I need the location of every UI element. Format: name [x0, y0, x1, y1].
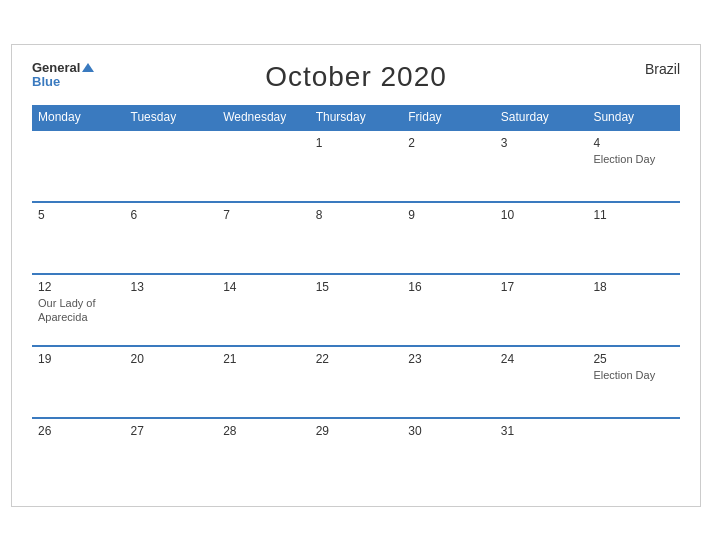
calendar-title: October 2020: [265, 61, 447, 93]
event-text: Election Day: [593, 368, 674, 382]
calendar-cell: 15: [310, 274, 403, 346]
day-number: 5: [38, 208, 119, 222]
weekday-header-tuesday: Tuesday: [125, 105, 218, 130]
country-label: Brazil: [645, 61, 680, 77]
calendar-header: General Blue October 2020 Brazil: [32, 61, 680, 93]
day-number: 26: [38, 424, 119, 438]
brand-triangle: [82, 63, 94, 72]
weekday-header-sunday: Sunday: [587, 105, 680, 130]
day-number: 16: [408, 280, 489, 294]
calendar-cell: 23: [402, 346, 495, 418]
calendar-week-row: 19202122232425Election Day: [32, 346, 680, 418]
weekday-header-row: MondayTuesdayWednesdayThursdayFridaySatu…: [32, 105, 680, 130]
day-number: 4: [593, 136, 674, 150]
day-number: 20: [131, 352, 212, 366]
calendar-cell: 18: [587, 274, 680, 346]
day-number: 19: [38, 352, 119, 366]
day-number: 17: [501, 280, 582, 294]
event-text: Election Day: [593, 152, 674, 166]
day-number: 3: [501, 136, 582, 150]
day-number: 15: [316, 280, 397, 294]
day-number: 13: [131, 280, 212, 294]
day-number: 28: [223, 424, 304, 438]
calendar-cell: 9: [402, 202, 495, 274]
day-number: 1: [316, 136, 397, 150]
weekday-header-monday: Monday: [32, 105, 125, 130]
day-number: 12: [38, 280, 119, 294]
calendar-cell: 4Election Day: [587, 130, 680, 202]
calendar-cell: 17: [495, 274, 588, 346]
calendar-cell: 21: [217, 346, 310, 418]
calendar-cell: 28: [217, 418, 310, 490]
calendar-cell: 29: [310, 418, 403, 490]
calendar-cell: 27: [125, 418, 218, 490]
day-number: 23: [408, 352, 489, 366]
event-text: Our Lady of Aparecida: [38, 296, 119, 325]
calendar-cell: 26: [32, 418, 125, 490]
calendar-cell: 13: [125, 274, 218, 346]
day-number: 9: [408, 208, 489, 222]
weekday-header-saturday: Saturday: [495, 105, 588, 130]
calendar-cell: 10: [495, 202, 588, 274]
day-number: 24: [501, 352, 582, 366]
calendar-cell: 1: [310, 130, 403, 202]
day-number: 27: [131, 424, 212, 438]
calendar-cell: 5: [32, 202, 125, 274]
calendar-wrapper: General Blue October 2020 Brazil MondayT…: [11, 44, 701, 507]
day-number: 21: [223, 352, 304, 366]
day-number: 22: [316, 352, 397, 366]
day-number: 11: [593, 208, 674, 222]
calendar-cell: 25Election Day: [587, 346, 680, 418]
weekday-header-thursday: Thursday: [310, 105, 403, 130]
calendar-cell: 14: [217, 274, 310, 346]
calendar-cell: 20: [125, 346, 218, 418]
day-number: 8: [316, 208, 397, 222]
day-number: 18: [593, 280, 674, 294]
calendar-cell: 7: [217, 202, 310, 274]
calendar-week-row: 12Our Lady of Aparecida131415161718: [32, 274, 680, 346]
calendar-cell: 12Our Lady of Aparecida: [32, 274, 125, 346]
calendar-grid: MondayTuesdayWednesdayThursdayFridaySatu…: [32, 105, 680, 490]
day-number: 2: [408, 136, 489, 150]
calendar-cell: 8: [310, 202, 403, 274]
calendar-cell: [32, 130, 125, 202]
day-number: 7: [223, 208, 304, 222]
calendar-cell: 16: [402, 274, 495, 346]
day-number: 31: [501, 424, 582, 438]
calendar-cell: [125, 130, 218, 202]
brand-general: General: [32, 61, 94, 75]
calendar-week-row: 567891011: [32, 202, 680, 274]
day-number: 29: [316, 424, 397, 438]
day-number: 30: [408, 424, 489, 438]
calendar-cell: 3: [495, 130, 588, 202]
weekday-header-friday: Friday: [402, 105, 495, 130]
calendar-cell: 31: [495, 418, 588, 490]
calendar-cell: 2: [402, 130, 495, 202]
calendar-cell: 11: [587, 202, 680, 274]
calendar-week-row: 262728293031: [32, 418, 680, 490]
day-number: 14: [223, 280, 304, 294]
calendar-cell: 30: [402, 418, 495, 490]
day-number: 10: [501, 208, 582, 222]
calendar-cell: 6: [125, 202, 218, 274]
calendar-cell: 22: [310, 346, 403, 418]
day-number: 6: [131, 208, 212, 222]
calendar-cell: 24: [495, 346, 588, 418]
brand-blue: Blue: [32, 75, 94, 89]
day-number: 25: [593, 352, 674, 366]
calendar-week-row: 1234Election Day: [32, 130, 680, 202]
calendar-cell: [217, 130, 310, 202]
weekday-header-wednesday: Wednesday: [217, 105, 310, 130]
calendar-cell: 19: [32, 346, 125, 418]
calendar-cell: [587, 418, 680, 490]
brand-logo: General Blue: [32, 61, 94, 90]
